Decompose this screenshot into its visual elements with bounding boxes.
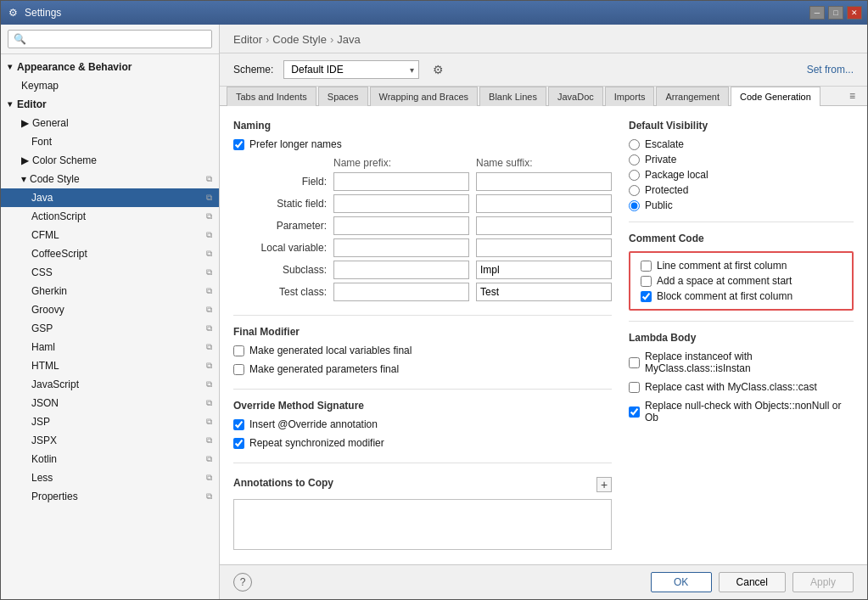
- default-visibility-title: Default Visibility: [629, 120, 854, 132]
- tab-overflow-button[interactable]: ≡: [844, 87, 860, 105]
- escalate-radio[interactable]: [629, 139, 640, 150]
- sidebar-item-color-scheme[interactable]: ▶ Color Scheme: [1, 151, 219, 170]
- replace-null-check-checkbox[interactable]: [629, 407, 640, 418]
- test-class-suffix-input[interactable]: [476, 283, 612, 301]
- subclass-suffix-input[interactable]: [476, 261, 612, 279]
- sidebar-item-actionscript[interactable]: ActionScript ⧉: [1, 207, 219, 226]
- static-field-suffix-input[interactable]: [476, 194, 612, 213]
- copy-icon: ⧉: [206, 358, 212, 373]
- sidebar-item-kotlin[interactable]: Kotlin ⧉: [1, 450, 219, 468]
- close-button[interactable]: ✕: [847, 6, 862, 20]
- insert-override-row: Insert @Override annotation: [233, 418, 612, 430]
- sidebar-item-label: JSPX: [31, 433, 57, 448]
- sidebar-tree: ▾ Appearance & Behavior Keymap ▾ Editor …: [1, 54, 219, 599]
- copy-icon: ⧉: [206, 171, 212, 187]
- tab-arrangement[interactable]: Arrangement: [656, 87, 729, 106]
- private-radio[interactable]: [629, 154, 640, 165]
- annotations-section: Annotations to Copy +: [233, 474, 612, 550]
- tab-wrapping-and-braces[interactable]: Wrapping and Braces: [370, 87, 479, 106]
- title-bar: ⚙ Settings ─ □ ✕: [1, 1, 867, 25]
- tab-spaces[interactable]: Spaces: [318, 87, 368, 106]
- protected-radio[interactable]: [629, 185, 640, 196]
- sidebar-item-general[interactable]: ▶ General: [1, 114, 219, 132]
- scheme-select[interactable]: Default IDE: [283, 60, 419, 79]
- sidebar-item-code-style[interactable]: ▾ Code Style ⧉: [1, 170, 219, 188]
- replace-instanceof-checkbox[interactable]: [629, 357, 640, 368]
- sidebar-item-jspx[interactable]: JSPX ⧉: [1, 431, 219, 450]
- sidebar-item-jsp[interactable]: JSP ⧉: [1, 412, 219, 431]
- line-comment-first-col-checkbox[interactable]: [641, 261, 652, 272]
- insert-override-checkbox[interactable]: [233, 419, 244, 430]
- sidebar-item-javascript[interactable]: JavaScript ⧉: [1, 375, 219, 394]
- minimize-button[interactable]: ─: [809, 6, 825, 20]
- sidebar-item-haml[interactable]: Haml ⧉: [1, 338, 219, 356]
- copy-icon: ⧉: [206, 227, 212, 243]
- sidebar-item-less[interactable]: Less ⧉: [1, 468, 219, 487]
- sidebar-item-label: CFML: [31, 227, 59, 243]
- local-variable-label: Local variable:: [233, 242, 327, 254]
- block-comment-first-col-checkbox[interactable]: [641, 291, 652, 302]
- public-radio[interactable]: [629, 200, 640, 211]
- subclass-prefix-input[interactable]: [333, 261, 469, 279]
- repeat-synchronized-row: Repeat synchronized modifier: [233, 437, 612, 449]
- make-params-final-checkbox[interactable]: [233, 364, 244, 375]
- apply-button[interactable]: Apply: [792, 572, 854, 592]
- suffix-header: Name suffix:: [476, 157, 612, 169]
- sidebar-item-editor[interactable]: ▾ Editor: [1, 95, 219, 114]
- replace-cast-checkbox[interactable]: [629, 382, 640, 393]
- override-method-title: Override Method Signature: [233, 400, 612, 412]
- tab-javadoc[interactable]: JavaDoc: [548, 87, 603, 106]
- sidebar-item-json[interactable]: JSON ⧉: [1, 394, 219, 412]
- test-class-prefix-input[interactable]: [333, 283, 469, 301]
- set-from-link[interactable]: Set from...: [807, 64, 854, 76]
- tab-blank-lines[interactable]: Blank Lines: [479, 87, 546, 106]
- sidebar-item-coffeescript[interactable]: CoffeeScript ⧉: [1, 244, 219, 263]
- static-field-prefix-input[interactable]: [333, 194, 469, 213]
- cancel-button[interactable]: Cancel: [719, 572, 786, 592]
- final-modifier-title: Final Modifier: [233, 326, 612, 338]
- field-prefix-input[interactable]: [333, 172, 469, 191]
- sidebar-item-groovy[interactable]: Groovy ⧉: [1, 300, 219, 319]
- sidebar-item-font[interactable]: Font: [1, 132, 219, 151]
- package-local-radio[interactable]: [629, 170, 640, 181]
- sidebar-item-label: Kotlin: [31, 451, 57, 467]
- block-comment-first-col-label: Block comment at first column: [657, 290, 792, 302]
- tab-tabs-and-indents[interactable]: Tabs and Indents: [227, 87, 316, 106]
- add-space-comment-start-checkbox[interactable]: [641, 276, 652, 287]
- sidebar-item-label: CSS: [31, 265, 53, 280]
- maximize-button[interactable]: □: [828, 6, 843, 20]
- field-suffix-input[interactable]: [476, 172, 612, 191]
- settings-window: ⚙ Settings ─ □ ✕ ▾ Appearance & Behavior…: [0, 0, 868, 600]
- sidebar-item-java[interactable]: Java ⧉: [1, 188, 219, 207]
- two-column-layout: Naming Prefer longer names Name prefix: …: [233, 116, 854, 557]
- parameter-suffix-input[interactable]: [476, 216, 612, 235]
- sidebar-item-appearance-behavior[interactable]: ▾ Appearance & Behavior: [1, 58, 219, 76]
- make-locals-final-checkbox[interactable]: [233, 345, 244, 356]
- ok-button[interactable]: OK: [651, 572, 712, 592]
- sidebar-item-properties[interactable]: Properties ⧉: [1, 487, 219, 506]
- search-input[interactable]: [8, 30, 212, 48]
- sidebar-item-html[interactable]: HTML ⧉: [1, 356, 219, 375]
- replace-instanceof-label: Replace instanceof with MyClass.class::i…: [645, 350, 854, 374]
- sidebar-item-css[interactable]: CSS ⧉: [1, 263, 219, 282]
- gear-icon[interactable]: ⚙: [429, 61, 446, 78]
- tab-imports[interactable]: Imports: [605, 87, 655, 106]
- insert-override-label: Insert @Override annotation: [249, 418, 378, 430]
- prefer-longer-checkbox[interactable]: [233, 139, 244, 150]
- parameter-prefix-input[interactable]: [333, 216, 469, 235]
- sidebar-item-gsp[interactable]: GSP ⧉: [1, 319, 219, 338]
- help-button[interactable]: ?: [233, 573, 252, 592]
- sidebar-item-cfml[interactable]: CFML ⧉: [1, 226, 219, 244]
- breadcrumb: Editor › Code Style › Java: [220, 25, 867, 53]
- annotations-add-button[interactable]: +: [596, 477, 612, 492]
- tab-code-generation[interactable]: Code Generation: [731, 87, 820, 106]
- local-variable-suffix-input[interactable]: [476, 238, 612, 257]
- local-variable-prefix-input[interactable]: [333, 238, 469, 257]
- make-params-final-label: Make generated parameters final: [249, 363, 399, 375]
- sidebar-item-keymap[interactable]: Keymap: [1, 76, 219, 95]
- sidebar-item-gherkin[interactable]: Gherkin ⧉: [1, 282, 219, 300]
- repeat-synchronized-checkbox[interactable]: [233, 438, 244, 449]
- naming-grid: Name prefix: Name suffix: Field: Static …: [233, 157, 612, 301]
- right-column: Default Visibility Escalate Private: [629, 116, 854, 557]
- replace-cast-row: Replace cast with MyClass.class::cast: [629, 381, 854, 393]
